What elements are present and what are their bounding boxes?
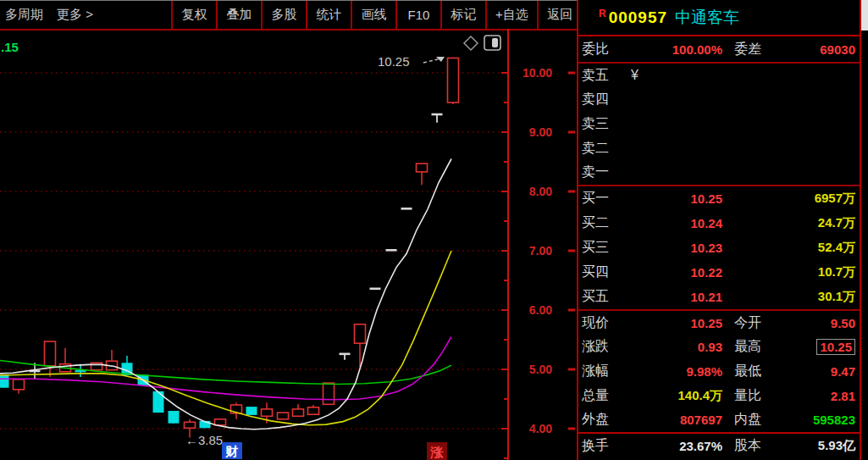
menu-multi-period[interactable]: 多周期: [5, 7, 43, 23]
toolbar-button-F10[interactable]: F10: [395, 1, 440, 29]
buy-volume: 52.4万: [722, 240, 855, 256]
stock-app-window: 多周期 更多 > 复权叠加多股统计画线F10标记+自选返回 10.009.008…: [0, 0, 868, 460]
buy-volume: 10.7万: [722, 264, 855, 280]
buy-level-row[interactable]: 买二10.2424.7万: [578, 211, 860, 236]
y-axis-label: 6.00: [529, 303, 552, 317]
y-axis-label: 5.00: [529, 363, 552, 376]
quote-panel: R 000957 中通客车 委比 100.00% 委差 69030 卖五¥卖四卖…: [577, 0, 861, 460]
candle-up: [323, 383, 334, 404]
info-label-1: 总量: [582, 387, 634, 405]
toolbar-buttons: 复权叠加多股统计画线F10标记+自选返回: [171, 1, 583, 29]
badge-zhang-label: 涨: [430, 445, 445, 459]
footer-row: 换手 23.67% 股本 5.93亿: [578, 434, 860, 458]
weibi-value: 100.00%: [634, 42, 722, 57]
gutter-tick: [568, 250, 575, 252]
stock-code: 000957: [609, 8, 667, 27]
info-label-2: 今开: [722, 314, 787, 332]
buy-price: 10.23: [631, 241, 722, 255]
ma-value-fragment: .15: [1, 40, 19, 54]
shares-value: 5.93亿: [787, 438, 855, 454]
candle-up: [215, 419, 226, 425]
toolbar-button-叠加[interactable]: 叠加: [216, 1, 261, 29]
sell-level-row[interactable]: 卖四: [578, 88, 860, 113]
buy-level-label: 买二: [582, 214, 631, 232]
candle-up: [278, 413, 289, 419]
gutter-tick: [568, 309, 575, 312]
info-value-2: 2.81: [787, 389, 855, 403]
buy-order-book: 买一10.256957万买二10.2424.7万买三10.2352.4万买四10…: [578, 186, 860, 311]
shares-label: 股本: [722, 437, 787, 455]
info-row: 总量140.4万量比2.81: [578, 384, 860, 408]
gutter-tick: [568, 428, 575, 430]
candle-up: [308, 407, 319, 414]
badge-cai-label: 财: [225, 444, 239, 458]
buy-level-row[interactable]: 买一10.256957万: [578, 186, 860, 211]
toolbar-button-标记[interactable]: 标记: [440, 1, 485, 29]
candle-down: [169, 411, 180, 424]
candle-up: [185, 422, 196, 428]
quote-info-rows: 现价10.25今开9.50涨跌0.93最高10.25涨幅9.98%最低9.47总…: [578, 311, 860, 434]
candlestick-chart[interactable]: 10.009.008.007.006.005.004.00.1510.25←3.…: [0, 29, 577, 460]
info-value-1: 9.98%: [634, 364, 722, 379]
info-value-2: 595823: [787, 413, 855, 427]
chart-toolbar: 多周期 更多 > 复权叠加多股统计画线F10标记+自选返回: [0, 1, 577, 30]
info-value-2: 9.50: [787, 316, 855, 330]
buy-level-row[interactable]: 买五10.2130.1万: [578, 285, 860, 309]
info-row: 涨幅9.98%最低9.47: [578, 359, 860, 384]
y-axis-label: 7.00: [529, 244, 552, 258]
toolbar-button-多股[interactable]: 多股: [261, 1, 306, 29]
info-label-1: 涨跌: [582, 338, 634, 356]
ma-yellow: [0, 251, 451, 425]
candle-up: [448, 58, 459, 103]
sell-level-row[interactable]: 卖一: [578, 160, 860, 185]
menu-more[interactable]: 更多 >: [57, 7, 93, 23]
info-label-2: 最低: [722, 363, 787, 380]
buy-price: 10.21: [631, 290, 722, 304]
toolbar-button-复权[interactable]: 复权: [171, 1, 216, 29]
stock-title: R 000957 中通客车: [578, 0, 860, 36]
buy-level-row[interactable]: 买三10.2352.4万: [578, 236, 860, 260]
candle-up: [355, 324, 366, 343]
buy-level-row[interactable]: 买四10.2210.7万: [578, 260, 860, 285]
info-label-1: 外盘: [582, 411, 634, 429]
info-label-1: 涨幅: [582, 363, 634, 380]
sell-level-row[interactable]: 卖二: [578, 136, 860, 161]
high-price-annotation: 10.25: [378, 54, 410, 69]
y-axis-label: 4.00: [529, 422, 552, 435]
toolbar-button-画线[interactable]: 画线: [351, 1, 395, 29]
candle-down: [0, 375, 9, 388]
diamond-icon[interactable]: [464, 36, 478, 50]
sell-level-row[interactable]: 卖五¥: [578, 64, 860, 88]
gutter-tick: [568, 131, 575, 134]
weicha-label: 委差: [722, 41, 787, 58]
desktop-corner: [861, 0, 868, 30]
y-axis-label: 10.00: [522, 66, 552, 80]
info-value-1: 807697: [634, 413, 722, 427]
info-row: 外盘807697内盘595823: [578, 407, 860, 432]
info-label-2: 最高: [722, 338, 787, 356]
buy-price: 10.22: [631, 265, 722, 280]
sell-order-book: 卖五¥卖四卖三卖二卖一: [578, 64, 860, 186]
toolbar-left-group: 多周期 更多 >: [0, 7, 93, 23]
info-value-1: 10.25: [634, 316, 722, 330]
toolbar-button-统计[interactable]: 统计: [306, 1, 351, 29]
split-window-icon-fill: [492, 38, 498, 47]
buy-level-label: 买四: [582, 263, 631, 281]
candle-up: [293, 409, 304, 416]
info-label-1: 现价: [582, 314, 634, 332]
y-axis-label: 9.00: [529, 125, 552, 139]
weicha-value: 69030: [787, 42, 855, 57]
margin-flag: R: [599, 8, 606, 19]
y-axis-label: 8.00: [529, 185, 552, 198]
buy-price: 10.25: [631, 191, 722, 206]
sell-level-row[interactable]: 卖三: [578, 112, 860, 136]
buy-volume: 6957万: [722, 191, 855, 207]
buy-level-label: 买三: [582, 239, 631, 257]
toolbar-button-+自选[interactable]: +自选: [485, 1, 537, 29]
low-price-annotation: ←3.85: [185, 433, 223, 447]
candle-up: [45, 341, 56, 366]
info-label-2: 量比: [722, 387, 787, 405]
sell-level-label: 卖二: [582, 140, 631, 158]
ma-white: [0, 159, 451, 430]
turnover-label: 换手: [582, 437, 634, 455]
